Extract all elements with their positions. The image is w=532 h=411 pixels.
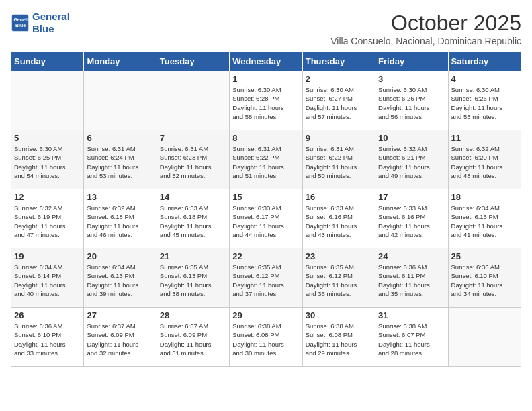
header-row: SundayMondayTuesdayWednesdayThursdayFrid… (11, 52, 521, 71)
calendar-cell: 13Sunrise: 6:32 AM Sunset: 6:18 PM Dayli… (84, 189, 157, 248)
day-info: Sunrise: 6:30 AM Sunset: 6:28 PM Dayligh… (232, 85, 299, 121)
calendar-cell: 22Sunrise: 6:35 AM Sunset: 6:12 PM Dayli… (230, 248, 302, 308)
calendar-body: 1Sunrise: 6:30 AM Sunset: 6:28 PM Daylig… (11, 71, 521, 367)
day-number: 28 (160, 310, 226, 320)
day-info: Sunrise: 6:31 AM Sunset: 6:24 PM Dayligh… (87, 144, 153, 180)
day-info: Sunrise: 6:36 AM Sunset: 6:10 PM Dayligh… (14, 322, 81, 357)
day-info: Sunrise: 6:33 AM Sunset: 6:18 PM Dayligh… (160, 203, 226, 239)
week-row-1: 1Sunrise: 6:30 AM Sunset: 6:28 PM Daylig… (11, 71, 521, 130)
day-info: Sunrise: 6:38 AM Sunset: 6:08 PM Dayligh… (306, 322, 372, 357)
day-number: 30 (306, 310, 372, 320)
day-number: 16 (306, 192, 372, 202)
day-info: Sunrise: 6:37 AM Sunset: 6:09 PM Dayligh… (87, 322, 153, 357)
day-number: 20 (87, 251, 153, 261)
day-info: Sunrise: 6:30 AM Sunset: 6:27 PM Dayligh… (306, 85, 372, 121)
day-info: Sunrise: 6:30 AM Sunset: 6:26 PM Dayligh… (378, 85, 445, 121)
day-info: Sunrise: 6:33 AM Sunset: 6:16 PM Dayligh… (306, 203, 372, 239)
day-number: 18 (451, 192, 518, 202)
day-info: Sunrise: 6:35 AM Sunset: 6:12 PM Dayligh… (232, 263, 299, 298)
calendar-cell: 19Sunrise: 6:34 AM Sunset: 6:14 PM Dayli… (11, 248, 84, 308)
day-number: 19 (14, 251, 81, 261)
location-subtitle: Villa Consuelo, Nacional, Dominican Repu… (330, 36, 521, 46)
day-number: 7 (160, 133, 226, 143)
day-info: Sunrise: 6:36 AM Sunset: 6:10 PM Dayligh… (451, 263, 518, 298)
calendar-cell: 25Sunrise: 6:36 AM Sunset: 6:10 PM Dayli… (448, 248, 521, 308)
calendar-cell: 8Sunrise: 6:31 AM Sunset: 6:22 PM Daylig… (230, 130, 302, 189)
day-number: 4 (451, 74, 518, 84)
calendar-header: SundayMondayTuesdayWednesdayThursdayFrid… (11, 52, 521, 71)
calendar-cell: 15Sunrise: 6:33 AM Sunset: 6:17 PM Dayli… (230, 189, 302, 248)
calendar-cell: 5Sunrise: 6:30 AM Sunset: 6:25 PM Daylig… (11, 130, 84, 189)
calendar-cell: 6Sunrise: 6:31 AM Sunset: 6:24 PM Daylig… (84, 130, 157, 189)
calendar-cell (157, 71, 229, 130)
day-info: Sunrise: 6:35 AM Sunset: 6:13 PM Dayligh… (160, 263, 226, 298)
calendar-cell: 14Sunrise: 6:33 AM Sunset: 6:18 PM Dayli… (157, 189, 229, 248)
day-number: 21 (160, 251, 226, 261)
calendar-table: SundayMondayTuesdayWednesdayThursdayFrid… (11, 52, 521, 367)
page-header: General Blue General Blue October 2025 V… (11, 11, 521, 46)
day-number: 22 (232, 251, 299, 261)
month-title: October 2025 (330, 11, 521, 36)
day-number: 9 (306, 133, 372, 143)
day-info: Sunrise: 6:31 AM Sunset: 6:22 PM Dayligh… (232, 144, 299, 180)
calendar-cell: 2Sunrise: 6:30 AM Sunset: 6:27 PM Daylig… (302, 71, 375, 130)
title-block: October 2025 Villa Consuelo, Nacional, D… (330, 11, 521, 46)
day-info: Sunrise: 6:34 AM Sunset: 6:15 PM Dayligh… (451, 203, 518, 239)
calendar-cell: 21Sunrise: 6:35 AM Sunset: 6:13 PM Dayli… (157, 248, 229, 308)
logo-icon: General Blue (11, 13, 30, 32)
day-info: Sunrise: 6:30 AM Sunset: 6:26 PM Dayligh… (451, 85, 518, 121)
day-info: Sunrise: 6:34 AM Sunset: 6:14 PM Dayligh… (14, 263, 81, 298)
day-number: 2 (306, 74, 372, 84)
calendar-cell: 10Sunrise: 6:32 AM Sunset: 6:21 PM Dayli… (375, 130, 448, 189)
calendar-cell: 26Sunrise: 6:36 AM Sunset: 6:10 PM Dayli… (11, 308, 84, 367)
week-row-4: 19Sunrise: 6:34 AM Sunset: 6:14 PM Dayli… (11, 248, 521, 308)
day-info: Sunrise: 6:32 AM Sunset: 6:21 PM Dayligh… (378, 144, 445, 180)
day-number: 17 (378, 192, 445, 202)
calendar-cell: 24Sunrise: 6:36 AM Sunset: 6:11 PM Dayli… (375, 248, 448, 308)
day-info: Sunrise: 6:33 AM Sunset: 6:16 PM Dayligh… (378, 203, 445, 239)
header-day-saturday: Saturday (448, 52, 521, 71)
day-info: Sunrise: 6:33 AM Sunset: 6:17 PM Dayligh… (232, 203, 299, 239)
calendar-cell: 3Sunrise: 6:30 AM Sunset: 6:26 PM Daylig… (375, 71, 448, 130)
calendar-cell: 29Sunrise: 6:38 AM Sunset: 6:08 PM Dayli… (230, 308, 302, 367)
calendar-cell: 12Sunrise: 6:32 AM Sunset: 6:19 PM Dayli… (11, 189, 84, 248)
header-day-tuesday: Tuesday (157, 52, 229, 71)
calendar-cell: 20Sunrise: 6:34 AM Sunset: 6:13 PM Dayli… (84, 248, 157, 308)
day-number: 13 (87, 192, 153, 202)
day-number: 6 (87, 133, 153, 143)
day-number: 15 (232, 192, 299, 202)
day-info: Sunrise: 6:34 AM Sunset: 6:13 PM Dayligh… (87, 263, 153, 298)
day-number: 29 (232, 310, 299, 320)
day-number: 23 (306, 251, 372, 261)
header-day-thursday: Thursday (302, 52, 375, 71)
calendar-cell: 28Sunrise: 6:37 AM Sunset: 6:09 PM Dayli… (157, 308, 229, 367)
day-info: Sunrise: 6:32 AM Sunset: 6:20 PM Dayligh… (451, 144, 518, 180)
day-number: 1 (232, 74, 299, 84)
day-info: Sunrise: 6:31 AM Sunset: 6:22 PM Dayligh… (306, 144, 372, 180)
day-number: 27 (87, 310, 153, 320)
calendar-cell: 9Sunrise: 6:31 AM Sunset: 6:22 PM Daylig… (302, 130, 375, 189)
week-row-5: 26Sunrise: 6:36 AM Sunset: 6:10 PM Dayli… (11, 308, 521, 367)
week-row-3: 12Sunrise: 6:32 AM Sunset: 6:19 PM Dayli… (11, 189, 521, 248)
day-number: 14 (160, 192, 226, 202)
calendar-cell: 17Sunrise: 6:33 AM Sunset: 6:16 PM Dayli… (375, 189, 448, 248)
calendar-cell: 18Sunrise: 6:34 AM Sunset: 6:15 PM Dayli… (448, 189, 521, 248)
logo: General Blue General Blue (11, 11, 70, 35)
calendar-cell: 30Sunrise: 6:38 AM Sunset: 6:08 PM Dayli… (302, 308, 375, 367)
calendar-cell (448, 308, 521, 367)
day-number: 11 (451, 133, 518, 143)
day-number: 5 (14, 133, 81, 143)
day-info: Sunrise: 6:38 AM Sunset: 6:08 PM Dayligh… (232, 322, 299, 357)
day-info: Sunrise: 6:30 AM Sunset: 6:25 PM Dayligh… (14, 144, 81, 180)
day-number: 3 (378, 74, 445, 84)
day-number: 8 (232, 133, 299, 143)
calendar-cell: 27Sunrise: 6:37 AM Sunset: 6:09 PM Dayli… (84, 308, 157, 367)
calendar-cell: 1Sunrise: 6:30 AM Sunset: 6:28 PM Daylig… (230, 71, 302, 130)
day-number: 25 (451, 251, 518, 261)
header-day-wednesday: Wednesday (230, 52, 302, 71)
calendar-cell: 7Sunrise: 6:31 AM Sunset: 6:23 PM Daylig… (157, 130, 229, 189)
day-info: Sunrise: 6:35 AM Sunset: 6:12 PM Dayligh… (306, 263, 372, 298)
calendar-cell: 23Sunrise: 6:35 AM Sunset: 6:12 PM Dayli… (302, 248, 375, 308)
week-row-2: 5Sunrise: 6:30 AM Sunset: 6:25 PM Daylig… (11, 130, 521, 189)
calendar-cell: 11Sunrise: 6:32 AM Sunset: 6:20 PM Dayli… (448, 130, 521, 189)
